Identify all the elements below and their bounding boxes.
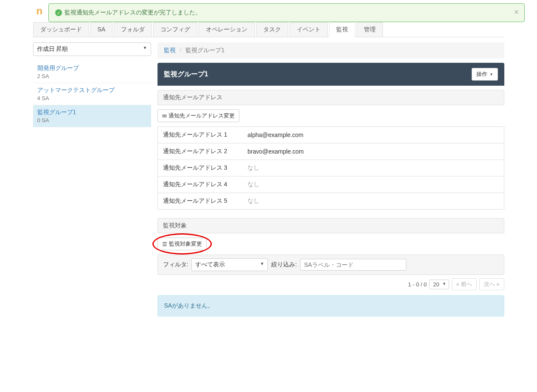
page-heading: 監視グループ1 操作 ▼: [157, 63, 504, 86]
group-item-active[interactable]: 監視グループ1 0 SA: [33, 105, 151, 127]
filter-label: フィルタ:: [163, 261, 188, 269]
page-title: 監視グループ1: [164, 70, 208, 79]
target-section-header: 監視対象: [157, 218, 504, 233]
table-row: 通知先メールアドレス 2bravo@example.com: [157, 143, 504, 160]
table-row: 通知先メールアドレス 4なし: [157, 176, 504, 193]
filter-bar: フィルタ: すべて表示 絞り込み:: [157, 255, 504, 275]
tab-dashboard[interactable]: ダッシュボード: [33, 22, 89, 37]
alert-message: 監視通知先メールアドレスの変更が完了しました。: [65, 9, 201, 17]
group-sub: 2 SA: [37, 73, 147, 79]
check-icon: ✓: [55, 9, 62, 16]
page-size-select[interactable]: 20: [429, 280, 449, 289]
breadcrumb-current: 監視グループ1: [186, 47, 225, 53]
table-row: 通知先メールアドレス 3なし: [157, 160, 504, 176]
tab-folder[interactable]: フォルダ: [114, 22, 152, 37]
email-label: 通知先メールアドレス 3: [157, 160, 242, 176]
page-info: 1 - 0 / 0: [408, 281, 427, 288]
group-name: アットマークテストグループ: [37, 87, 147, 94]
group-name: 監視グループ1: [37, 109, 147, 116]
tab-sa[interactable]: SA: [90, 22, 113, 37]
email-label: 通知先メールアドレス 5: [157, 193, 242, 210]
refine-label: 絞り込み:: [271, 261, 297, 269]
tab-task[interactable]: タスク: [256, 22, 288, 37]
email-section-header: 通知先メールアドレス: [157, 90, 504, 105]
list-icon: ☰: [162, 241, 167, 247]
email-value: bravo@example.com: [242, 143, 504, 160]
envelope-icon: ✉: [162, 113, 167, 119]
email-table: 通知先メールアドレス 1alpha@example.com 通知先メールアドレス…: [157, 126, 504, 210]
email-value: なし: [242, 193, 504, 210]
tab-config[interactable]: コンフィグ: [153, 22, 197, 37]
success-alert: ✓ 監視通知先メールアドレスの変更が完了しました。 ×: [48, 3, 525, 22]
table-row: 通知先メールアドレス 5なし: [157, 193, 504, 210]
change-email-button[interactable]: ✉ 通知先メールアドレス変更: [157, 109, 239, 122]
actions-button[interactable]: 操作 ▼: [472, 68, 498, 81]
group-name: 開発用グループ: [37, 64, 147, 72]
tab-admin[interactable]: 管理: [357, 22, 383, 37]
tab-event[interactable]: イベント: [290, 22, 328, 37]
highlight-annotation: ☰ 監視対象変更: [157, 238, 207, 250]
group-sub: 4 SA: [37, 95, 147, 101]
logo: n: [37, 5, 43, 17]
filter-select[interactable]: すべて表示: [191, 258, 268, 271]
breadcrumb-separator: /: [177, 47, 184, 53]
refine-input[interactable]: [300, 259, 406, 271]
next-button[interactable]: 次へ »: [479, 278, 504, 290]
email-value: なし: [242, 176, 504, 193]
pagination: 1 - 0 / 0 20 « 前へ 次へ »: [157, 278, 504, 290]
breadcrumb-root[interactable]: 監視: [164, 47, 176, 53]
email-label: 通知先メールアドレス 4: [157, 176, 242, 193]
sort-select[interactable]: 作成日 昇順: [33, 42, 151, 56]
group-list: 開発用グループ 2 SA アットマークテストグループ 4 SA 監視グループ1 …: [33, 61, 151, 127]
caret-down-icon: ▼: [490, 73, 493, 76]
empty-message: SAがありません。: [157, 295, 504, 316]
prev-button[interactable]: « 前へ: [452, 278, 477, 290]
table-row: 通知先メールアドレス 1alpha@example.com: [157, 127, 504, 143]
email-value: なし: [242, 160, 504, 176]
breadcrumb: 監視 / 監視グループ1: [157, 42, 504, 59]
email-label: 通知先メールアドレス 1: [157, 127, 242, 143]
email-value: alpha@example.com: [242, 127, 504, 143]
tab-monitoring[interactable]: 監視: [329, 22, 355, 37]
group-item[interactable]: アットマークテストグループ 4 SA: [33, 83, 151, 105]
change-target-button[interactable]: ☰ 監視対象変更: [157, 238, 207, 250]
nav-tabs: ダッシュボード SA フォルダ コンフィグ オペレーション タスク イベント 監…: [33, 21, 504, 37]
email-label: 通知先メールアドレス 2: [157, 143, 242, 160]
tab-operation[interactable]: オペレーション: [199, 22, 255, 37]
alert-close-button[interactable]: ×: [514, 7, 519, 17]
group-item[interactable]: 開発用グループ 2 SA: [33, 61, 151, 83]
group-sub: 0 SA: [37, 117, 147, 123]
